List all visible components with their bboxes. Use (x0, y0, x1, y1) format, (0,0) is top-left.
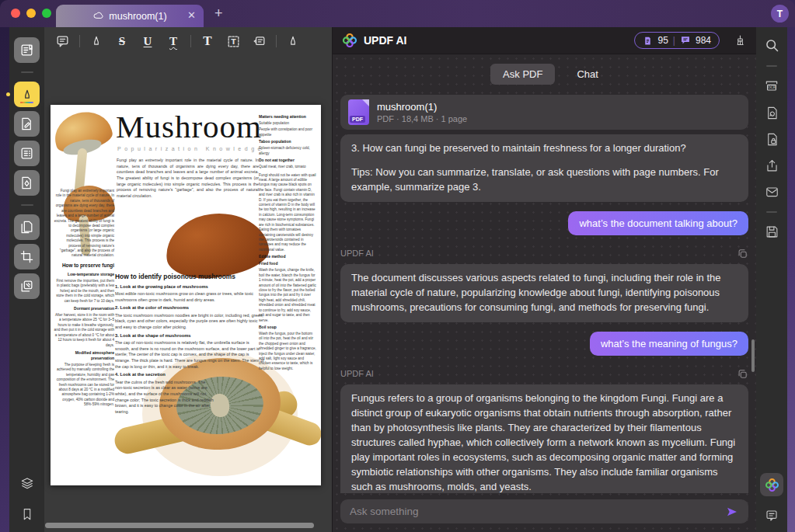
toolbar-divider (190, 35, 191, 47)
right-sidebar: OCR (756, 27, 787, 532)
doc-text: Suitable population (259, 121, 316, 126)
sidebar-divider (766, 211, 777, 213)
ai-message: 3. How can fungi be preserved to maintai… (340, 134, 748, 202)
underline-icon[interactable]: U (138, 31, 158, 51)
doc-heading: 3. Look at the shape of mushrooms (115, 332, 264, 339)
sidebar-item-edit-pdf[interactable] (14, 111, 40, 137)
document-title: Mushroom (116, 108, 260, 145)
pen-icon[interactable] (283, 31, 303, 51)
chat-messages: 3. How can fungi be preserved to maintai… (340, 130, 748, 493)
updf-ai-logo (342, 33, 357, 48)
crop-icon (19, 249, 34, 264)
ai-message-text: The document discusses various aspects r… (351, 271, 737, 315)
ai-mode-tabs: Ask PDF Chat (340, 64, 748, 85)
strikethrough-icon[interactable]: S (112, 31, 132, 51)
ask-input[interactable] (350, 506, 725, 517)
cloud-icon (92, 10, 104, 22)
updf-ai-sidebar-button[interactable] (760, 473, 783, 496)
save-icon[interactable] (765, 224, 779, 239)
ai-message: The document discusses various aspects r… (340, 264, 748, 322)
ocr-icon[interactable]: OCR (764, 78, 779, 94)
sidebar-divider (21, 71, 33, 73)
sidebar-item-convert[interactable] (14, 214, 40, 240)
share-icon[interactable] (765, 158, 779, 173)
mail-icon[interactable] (765, 185, 779, 200)
layers-icon[interactable] (19, 476, 35, 492)
textbox-icon[interactable]: T (223, 31, 243, 51)
protect-file-icon[interactable] (765, 132, 779, 147)
doc-heading: How to identify poisonous mushrooms (115, 273, 264, 282)
document-intro: Fungi play an extremely important role i… (117, 158, 259, 200)
doc-text: Spleen-stomach deficiency cold, allergy (259, 146, 316, 156)
edit-pdf-icon (19, 116, 34, 131)
doc-text: Wash the fungus, change the knife, boil … (259, 268, 316, 323)
ai-sender-label: UPDF AI (340, 249, 374, 258)
pdf-file-icon-label: PDF (350, 116, 365, 123)
rainbow-underline (20, 102, 33, 104)
user-message: what’s the document talking about? (568, 211, 748, 235)
tab-title: mushroom(1) (109, 11, 166, 22)
bookmark-icon[interactable] (20, 507, 34, 521)
doc-text: People with constipation and poor appeti… (259, 127, 316, 137)
ai-message-text: 3. How can fungi be preserved to maintai… (351, 141, 737, 156)
doc-heading: Do not eat together (259, 158, 316, 163)
clear-chat-icon[interactable] (734, 34, 747, 47)
copy-icon[interactable] (737, 248, 748, 259)
account-avatar[interactable]: T (771, 5, 789, 23)
feedback-icon[interactable] (765, 509, 779, 523)
minimize-window-button[interactable] (26, 9, 36, 18)
tab-ask-pdf[interactable]: Ask PDF (490, 64, 555, 85)
note-icon[interactable] (52, 31, 72, 51)
new-tab-button[interactable]: + (214, 6, 223, 20)
callout-icon[interactable] (249, 31, 269, 51)
close-window-button[interactable] (11, 9, 20, 18)
send-icon[interactable] (725, 505, 739, 519)
chat-area: Ask PDF Chat PDF mushroom(1) PDF · 18,4 … (333, 54, 756, 532)
copy-icon[interactable] (737, 368, 748, 380)
doc-text: The cap of non-toxic mushrooms is relati… (115, 340, 264, 370)
highlight-icon[interactable] (86, 31, 106, 51)
doc-text: Most edible non-toxic mushrooms grow on … (115, 291, 264, 303)
maximize-window-button[interactable] (42, 9, 51, 18)
document-right-column: Matters needing attention Suitable popul… (259, 114, 316, 373)
doc-heading: Taboo population (259, 139, 316, 144)
titlebar: mushroom(1) ✕ + T (0, 0, 795, 27)
document-tab[interactable]: mushroom(1) ✕ (56, 5, 204, 27)
vertical-scrollbar[interactable] (751, 339, 755, 372)
tab-chat[interactable]: Chat (577, 68, 598, 80)
horizontal-scrollbar[interactable] (45, 523, 314, 528)
tab-close-icon[interactable]: ✕ (187, 10, 196, 20)
file-card[interactable]: PDF mushroom(1) PDF · 18,4 MB · 1 page (340, 95, 748, 130)
doc-heading: Matters needing attention (259, 114, 316, 120)
doc-heading: 2. Look at the color of mushrooms (115, 304, 264, 311)
ai-message-text: Fungus refers to a group of organisms be… (351, 391, 737, 493)
ai-message-header: UPDF AI (340, 368, 748, 380)
search-icon[interactable] (764, 37, 780, 54)
sidebar-item-organize-pages[interactable] (14, 141, 40, 166)
convert-file-icon[interactable] (765, 106, 779, 120)
squiggly-underline-icon[interactable]: T (163, 31, 183, 51)
text-icon[interactable]: T (197, 31, 218, 51)
sidebar-item-comment[interactable] (14, 82, 40, 107)
ai-message: Fungus refers to a group of organisms be… (340, 384, 748, 493)
sidebar-item-fill-sign[interactable] (14, 170, 40, 196)
sidebar-item-batch[interactable] (14, 273, 40, 299)
doc-text: Fungi should not be eaten with quail mea… (259, 173, 316, 253)
file-card-meta: PDF · 18,4 MB · 1 page (377, 114, 467, 123)
svg-text:OCR: OCR (768, 85, 776, 89)
chat-credit-count: 984 (696, 35, 711, 46)
traffic-lights (11, 9, 51, 18)
sidebar-item-reader[interactable] (14, 37, 40, 63)
doc-text: The toxic mushroom mushroom noodles are … (115, 313, 264, 331)
ai-message-header: UPDF AI (340, 248, 748, 259)
ai-sender-label: UPDF AI (340, 369, 374, 378)
ai-panel-title: UPDF AI (364, 34, 406, 47)
credits-badge[interactable]: 95 | 984 (634, 32, 720, 49)
sidebar-item-crop[interactable] (14, 244, 40, 269)
doc-heading: Boil soup (259, 325, 316, 330)
doc-text: Fungi play an extremely important role i… (54, 189, 114, 259)
doc-heading: How to preserve fungi (54, 263, 114, 269)
updf-ai-panel: UPDF AI 95 | 984 Ask PDF Chat PDF mush (332, 27, 756, 532)
sidebar-divider (766, 65, 777, 67)
pdf-canvas[interactable]: Mushroom Popularization Knowledge Fungi … (44, 55, 332, 532)
